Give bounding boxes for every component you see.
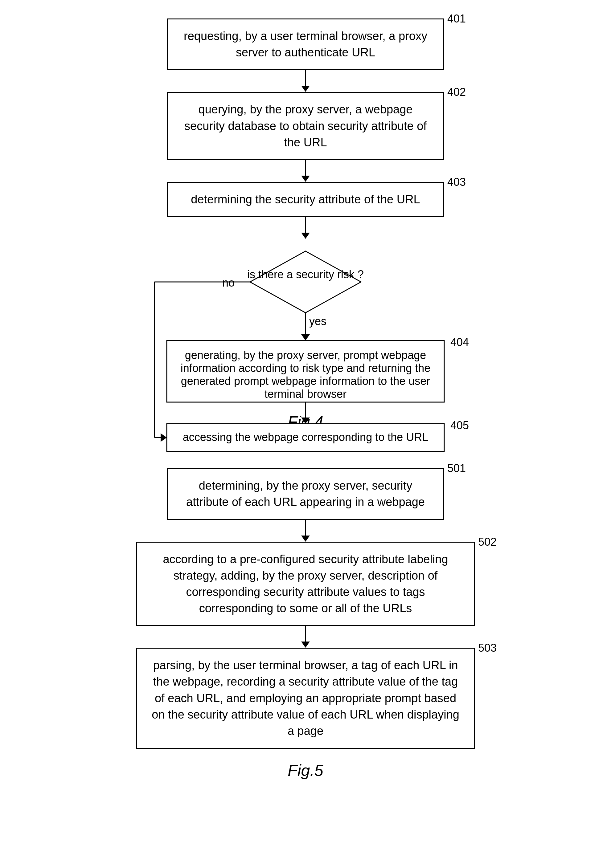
fig5-flowchart: determining, by the proxy server, securi… bbox=[90, 468, 521, 749]
step-501-wrapper: determining, by the proxy server, securi… bbox=[167, 468, 444, 520]
step-402-text: querying, by the proxy server, a webpage… bbox=[184, 103, 427, 149]
step-403-label: 403 bbox=[447, 176, 466, 189]
step-503-box: parsing, by the user terminal browser, a… bbox=[136, 648, 475, 749]
step-402-label: 402 bbox=[447, 86, 466, 99]
step-403-text: determining the security attribute of th… bbox=[191, 193, 420, 206]
step-401-text: requesting, by a user terminal browser, … bbox=[184, 29, 427, 59]
arrow-line bbox=[305, 160, 306, 176]
arrow-head bbox=[301, 176, 310, 182]
step-501-box: determining, by the proxy server, securi… bbox=[167, 468, 444, 520]
arrow-head bbox=[301, 232, 310, 239]
step-501-text: determining, by the proxy server, securi… bbox=[186, 479, 425, 508]
yes-arrow-head bbox=[301, 334, 310, 341]
step-404-label: 404 bbox=[450, 336, 469, 349]
diamond-shape bbox=[250, 251, 361, 313]
arrow-403-diamond bbox=[301, 217, 310, 239]
arrow-head bbox=[301, 642, 310, 648]
arrow-401-402 bbox=[301, 70, 310, 92]
step-404-text-1: generating, by the proxy server, prompt … bbox=[185, 349, 426, 361]
step-403-box: determining the security attribute of th… bbox=[167, 182, 444, 217]
step-401-box: requesting, by a user terminal browser, … bbox=[167, 19, 444, 70]
fig5-section: determining, by the proxy server, securi… bbox=[31, 468, 580, 798]
step-502-box: according to a pre-configured security a… bbox=[136, 542, 475, 626]
step-503-label: 503 bbox=[478, 642, 497, 654]
step-503-wrapper: parsing, by the user terminal browser, a… bbox=[136, 648, 475, 749]
step-404-text-2: information according to risk type and r… bbox=[180, 362, 431, 374]
step-402-box: querying, by the proxy server, a webpage… bbox=[167, 92, 444, 160]
step-404-text-4: terminal browser bbox=[264, 388, 347, 400]
step-405-text: accessing the webpage corresponding to t… bbox=[183, 431, 429, 443]
step-401-label: 401 bbox=[447, 12, 466, 25]
step-402-wrapper: querying, by the proxy server, a webpage… bbox=[167, 92, 444, 160]
arrow-line bbox=[305, 520, 306, 536]
arrow-502-503 bbox=[301, 626, 310, 648]
arrow-head bbox=[301, 536, 310, 542]
step-503-text: parsing, by the user terminal browser, a… bbox=[152, 659, 459, 737]
step-502-label: 502 bbox=[478, 536, 497, 549]
yes-label: yes bbox=[309, 315, 326, 327]
arrow-line bbox=[305, 626, 306, 642]
step-502-wrapper: according to a pre-configured security a… bbox=[136, 542, 475, 626]
step-401-wrapper: requesting, by a user terminal browser, … bbox=[167, 19, 444, 70]
no-label: no bbox=[222, 276, 235, 289]
arrow-501-502 bbox=[301, 520, 310, 542]
arrow-head bbox=[301, 86, 310, 92]
no-arrow-head bbox=[161, 433, 167, 442]
diamond-text-line1: is there a security risk ? bbox=[247, 268, 364, 281]
fig5-label: Fig.5 bbox=[288, 761, 323, 780]
step-501-label: 501 bbox=[447, 462, 466, 475]
branch-area: is there a security risk ? no yes genera… bbox=[136, 239, 475, 400]
fig4-flowchart: requesting, by a user terminal browser, … bbox=[90, 19, 521, 400]
step-405-label: 405 bbox=[450, 419, 469, 432]
arrow-402-403 bbox=[301, 160, 310, 182]
step-502-text: according to a pre-configured security a… bbox=[163, 553, 448, 615]
arrow-line bbox=[305, 70, 306, 86]
arrow-line bbox=[305, 217, 306, 232]
step-403-wrapper: determining the security attribute of th… bbox=[167, 182, 444, 217]
fig4-section: requesting, by a user terminal browser, … bbox=[31, 19, 580, 450]
step-404-text-3: generated prompt webpage information to … bbox=[181, 375, 431, 388]
branch-svg: is there a security risk ? no yes genera… bbox=[136, 239, 475, 399]
